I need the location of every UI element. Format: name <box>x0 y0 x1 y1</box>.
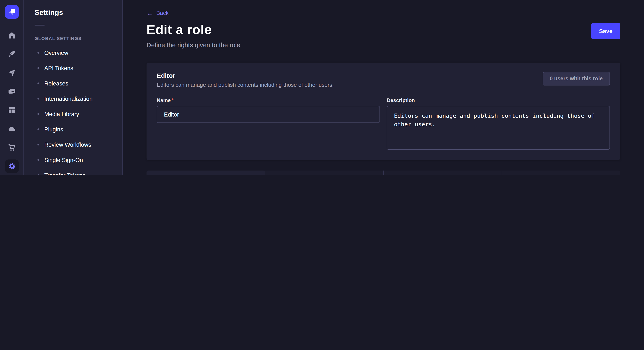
save-button[interactable]: Save <box>592 23 620 39</box>
permissions-tabs: Collection TypesSingle TypesPluginsSetti… <box>146 171 620 175</box>
description-label: Description <box>387 97 610 103</box>
sidebar-item-label: Internationalization <box>44 95 93 102</box>
cart-icon <box>8 143 16 152</box>
sidebar-title-divider <box>34 25 45 25</box>
main-content: ← Back Edit a role Define the rights giv… <box>123 0 644 175</box>
role-details-card: Editor Editors can manage and publish co… <box>146 63 620 160</box>
bullet-icon <box>38 113 39 115</box>
back-link[interactable]: ← Back <box>146 10 169 16</box>
nav-content-manager-button[interactable] <box>5 103 18 117</box>
sidebar-item-label: Releases <box>44 80 68 87</box>
gear-icon <box>8 162 16 171</box>
nav-home-button[interactable] <box>5 28 18 42</box>
sidebar-item-label: API Tokens <box>44 65 73 71</box>
sidebar-item-label: Transfer Tokens <box>44 172 85 175</box>
description-field-group: Description Editors can manage and publi… <box>387 97 610 150</box>
page-subtitle: Define the rights given to the role <box>146 41 240 48</box>
nav-media-library-button[interactable] <box>5 85 18 98</box>
bullet-icon <box>38 67 39 69</box>
settings-sidebar: Settings GLOBAL SETTINGSOverviewAPI Toke… <box>24 0 123 175</box>
back-row: ← Back <box>146 9 620 17</box>
tab-plugins[interactable]: Plugins <box>383 171 502 175</box>
sidebar-sections: GLOBAL SETTINGSOverviewAPI TokensRelease… <box>24 36 122 175</box>
sidebar-item-internationalization[interactable]: Internationalization <box>24 91 122 106</box>
sidebar-item-overview[interactable]: Overview <box>24 45 122 60</box>
home-icon <box>8 31 16 39</box>
sidebar-item-label: Overview <box>44 49 68 56</box>
media-icon <box>8 87 16 96</box>
sidebar-item-plugins[interactable]: Plugins <box>24 122 122 137</box>
role-card-header-text: Editor Editors can manage and publish co… <box>157 72 334 88</box>
sidebar-section: GLOBAL SETTINGSOverviewAPI TokensRelease… <box>24 36 122 175</box>
role-form-fields: Name* Description Editors can manage and… <box>157 97 610 150</box>
tab-single-types[interactable]: Single Types <box>265 171 383 175</box>
sidebar-item-label: Review Workflows <box>44 141 91 148</box>
back-arrow-icon: ← <box>146 10 153 16</box>
description-input[interactable]: Editors can manage and publish contents … <box>387 106 610 150</box>
bullet-icon <box>38 52 39 54</box>
sidebar-section-label: GLOBAL SETTINGS <box>24 36 122 41</box>
strapi-logo-icon <box>5 5 18 19</box>
name-input[interactable] <box>157 106 380 123</box>
nav-deploy-button[interactable] <box>5 66 18 80</box>
nav-marketplace-button[interactable] <box>5 141 18 154</box>
sidebar-item-label: Single Sign-On <box>44 157 83 163</box>
strapi-admin-app: KD Settings GLOBAL SETTINGSOverviewAPI T… <box>0 0 644 175</box>
sidebar-item-api-tokens[interactable]: API Tokens <box>24 60 122 76</box>
bullet-icon <box>38 159 39 161</box>
sidebar-item-review-workflows[interactable]: Review Workflows <box>24 137 122 152</box>
role-subtitle: Editors can manage and publish contents … <box>157 82 334 88</box>
tab-settings[interactable]: Settings <box>502 171 620 175</box>
tab-collection-types[interactable]: Collection Types <box>146 171 265 175</box>
bullet-icon <box>38 82 39 84</box>
sidebar-item-transfer-tokens[interactable]: Transfer Tokens <box>24 168 122 175</box>
name-field-group: Name* <box>157 97 380 150</box>
bullet-icon <box>38 98 39 100</box>
layout-icon <box>8 106 16 114</box>
bullet-icon <box>38 128 39 130</box>
users-count-badge: 0 users with this role <box>542 72 610 85</box>
main-nav-rail: KD <box>0 0 24 175</box>
strapi-logo[interactable] <box>5 5 18 19</box>
sidebar-item-single-sign-on[interactable]: Single Sign-On <box>24 152 122 168</box>
rail-icon-nav <box>0 24 24 175</box>
role-card-header: Editor Editors can manage and publish co… <box>157 72 610 88</box>
back-link-label: Back <box>156 10 169 16</box>
sidebar-item-label: Plugins <box>44 126 63 133</box>
sidebar-item-label: Media Library <box>44 111 79 117</box>
sidebar-item-media-library[interactable]: Media Library <box>24 106 122 122</box>
feather-icon <box>8 50 16 58</box>
cloud-icon <box>8 125 16 133</box>
page-header-text: Edit a role Define the rights given to t… <box>146 22 240 48</box>
workspace-logo-cell <box>0 0 24 24</box>
role-title: Editor <box>157 72 334 79</box>
page-title: Edit a role <box>146 22 240 37</box>
send-icon <box>8 68 16 77</box>
required-asterisk: * <box>172 97 173 103</box>
name-label-text: Name <box>157 97 170 103</box>
nav-cloud-button[interactable] <box>5 122 18 136</box>
bullet-icon <box>38 144 39 146</box>
bullet-icon <box>38 174 39 175</box>
page-header: Edit a role Define the rights given to t… <box>146 22 620 48</box>
nav-content-type-builder-button[interactable] <box>5 47 18 61</box>
sidebar-title: Settings <box>34 8 122 17</box>
sidebar-item-releases[interactable]: Releases <box>24 76 122 91</box>
name-label: Name* <box>157 97 380 103</box>
nav-settings-button[interactable] <box>5 160 18 173</box>
